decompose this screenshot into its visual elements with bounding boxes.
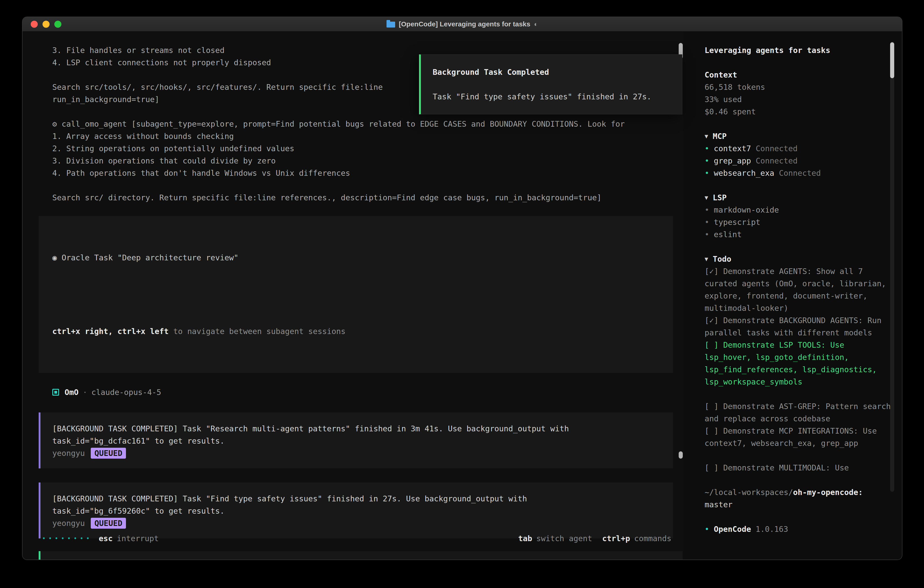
record-dot-icon: ◉ [52, 253, 57, 262]
todo-item-active: [ ] Demonstrate LSP TOOLS: Use lsp_hover… [705, 339, 891, 388]
separator-dot: · [82, 386, 87, 398]
toast-notification: Background Task Completed Task "Find typ… [419, 55, 682, 114]
bullet-icon: • [705, 205, 709, 215]
spinner-dots: •••••••• [42, 532, 92, 545]
tool-call-item: 2. String operations on potentially unde… [52, 142, 672, 155]
mcp-item: •grep_app Connected [705, 155, 891, 167]
todo-item-done: [✓] Demonstrate AGENTS: Show all 7 curat… [705, 265, 891, 314]
message-line: task_id="bg_6f59260c" to get results. [52, 505, 661, 517]
bullet-icon: • [705, 230, 709, 239]
context-tokens: 66,518 tokens [705, 81, 891, 93]
checkbox-empty: [ ] [705, 426, 718, 435]
background-task-message: [BACKGROUND TASK COMPLETED] Task "Find t… [39, 482, 673, 538]
scrollbar-track[interactable] [890, 41, 894, 492]
agent-name: OmO [64, 386, 78, 398]
tool-call-tail: Search src/ directory. Return specific f… [52, 192, 672, 204]
tool-call-line: ⚙ call_omo_agent [subagent_type=explore,… [52, 118, 672, 130]
message-meta: yeongyu QUEUED [52, 517, 661, 529]
oracle-task-panel: ◉ Oracle Task "Deep architecture review"… [39, 216, 673, 373]
opencode-window: [OpenCode] Leveraging agents for tasks ◐… [22, 17, 903, 560]
context-used: 33% used [705, 93, 891, 106]
agent-model: claude-opus-4-5 [91, 386, 161, 398]
tool-call-item: 1. Array access without bounds checking [52, 130, 672, 142]
bullet-icon: • [705, 523, 709, 535]
chevron-down-icon: ▼ [705, 130, 708, 142]
lsp-section-heading[interactable]: ▼ LSP [705, 192, 891, 204]
bullet-icon: • [705, 218, 709, 227]
message-line: [BACKGROUND TASK COMPLETED] Task "Resear… [52, 423, 661, 435]
message-meta: yeongyu QUEUED [52, 447, 661, 459]
todo-item-pending: [ ] Demonstrate MCP INTEGRATIONS: Use co… [705, 425, 891, 449]
tool-call-item: 4. Path operations that don't handle Win… [52, 167, 672, 179]
prompt-input[interactable]: OmO Opus 4.5 Anthropic [39, 551, 683, 560]
scrollbar-thumb[interactable] [890, 42, 894, 78]
background-task-message: [BACKGROUND TASK COMPLETED] Task "Resear… [39, 413, 673, 468]
checkbox-empty: [ ] [705, 463, 718, 472]
mcp-item: •websearch_exa Connected [705, 167, 891, 179]
agent-header: OmO · claude-opus-4-5 [52, 386, 683, 398]
mcp-item: •context7 Connected [705, 142, 891, 155]
checkbox-checked: [✓] [705, 316, 718, 325]
status-badge: QUEUED [91, 448, 126, 459]
traffic-lights [31, 17, 61, 31]
workspace-path: ~/local-workspaces/oh-my-opencode: maste… [705, 486, 891, 511]
status-dot-icon: • [705, 156, 709, 165]
todo-item-done: [✓] Demonstrate BACKGROUND AGENTS: Run p… [705, 314, 891, 339]
message-author: yeongyu [52, 447, 85, 459]
toast-title: Background Task Completed [433, 66, 673, 78]
session-title: Leveraging agents for tasks [705, 44, 891, 56]
status-bar: •••••••• esc interrupt tab switch agent … [42, 532, 672, 545]
tool-call-text: call_omo_agent [subagent_type=explore, p… [62, 119, 625, 129]
checkbox-checked: [✓] [705, 267, 718, 276]
half-circle-icon: ◐ [534, 20, 538, 28]
esc-hint: esc interrupt [99, 532, 159, 545]
tab-hint: tab switch agent [518, 532, 592, 545]
status-dot-icon: • [705, 168, 709, 178]
folder-icon [386, 21, 395, 28]
mcp-section-heading[interactable]: ▼ MCP [705, 130, 891, 142]
message-author: yeongyu [52, 517, 85, 529]
close-button[interactable] [31, 21, 38, 28]
status-badge: QUEUED [91, 518, 126, 529]
lsp-item: •typescript [705, 216, 891, 228]
context-heading: Context [705, 69, 891, 81]
keybind-hint: ctrl+x right, ctrl+x left [52, 327, 169, 336]
message-line: task_id="bg_dcfac161" to get results. [52, 435, 661, 447]
agent-square-icon [52, 389, 59, 396]
titlebar[interactable]: [OpenCode] Leveraging agents for tasks ◐ [23, 17, 902, 31]
lsp-item: •eslint [705, 228, 891, 241]
todo-item-pending: [ ] Demonstrate AST-GREP: Pattern search… [705, 400, 891, 425]
window-title-group: [OpenCode] Leveraging agents for tasks ◐ [386, 20, 538, 28]
todo-item-pending: [ ] Demonstrate MULTIMODAL: Use [705, 462, 891, 474]
gear-icon: ⚙ [52, 119, 57, 129]
zoom-button[interactable] [54, 21, 61, 28]
tool-call-item: 3. Division operations that could divide… [52, 155, 672, 167]
terminal-pane: 3. File handles or streams not closed 4.… [23, 31, 683, 560]
chevron-down-icon: ▼ [705, 192, 708, 204]
session-sidebar: Leveraging agents for tasks Context 66,5… [683, 31, 902, 560]
oracle-task-title: ◉ Oracle Task "Deep architecture review" [52, 251, 661, 264]
status-dot-icon: • [705, 144, 709, 153]
chevron-down-icon: ▼ [705, 253, 708, 265]
context-spent: $0.46 spent [705, 106, 891, 118]
scrollbar-thumb[interactable] [679, 451, 683, 459]
minimize-button[interactable] [43, 21, 50, 28]
checkbox-empty: [ ] [705, 402, 718, 411]
window-title: [OpenCode] Leveraging agents for tasks [399, 20, 530, 28]
commands-hint: ctrl+p commands [602, 532, 672, 545]
todo-section-heading[interactable]: ▼ Todo [705, 253, 891, 265]
checkbox-empty: [ ] [705, 340, 718, 350]
lsp-item: •markdown-oxide [705, 204, 891, 216]
toast-body: Task "Find type safety issues" finished … [433, 91, 673, 103]
oracle-task-hint: ctrl+x right, ctrl+x left to navigate be… [52, 325, 661, 337]
app-version: • OpenCode 1.0.163 [705, 523, 891, 535]
message-line: [BACKGROUND TASK COMPLETED] Task "Find t… [52, 492, 661, 505]
